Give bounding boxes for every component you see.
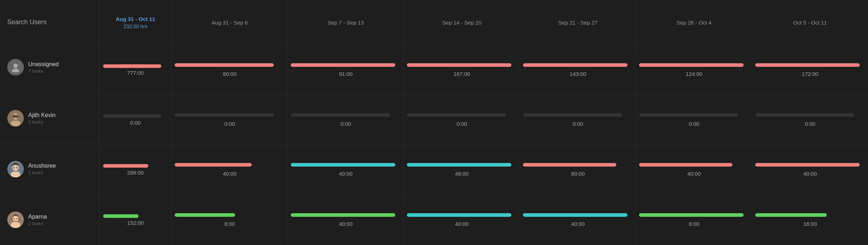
cell-total-0: 777:00	[99, 45, 172, 95]
svg-rect-18	[11, 222, 20, 228]
cell-week1-user3: 8:00	[172, 195, 288, 245]
svg-point-0	[13, 64, 18, 68]
avatar-anushsree	[7, 161, 24, 177]
header-col-total: Aug 31 - Oct 11 232:00 hrs	[99, 0, 172, 45]
cell-value-week1-user0: 80:00	[223, 71, 237, 77]
cell-value-week5-user1: 0:00	[689, 121, 699, 127]
cell-value-week5-user3: 8:00	[689, 221, 699, 227]
cell-total-3: 152:00	[99, 195, 172, 245]
svg-rect-15	[16, 167, 18, 167]
cell-total-2: 288:00	[99, 145, 172, 194]
cell-value-week6-user2: 40:00	[803, 171, 817, 177]
header-col-week3: Sep 14 - Sep 20	[404, 0, 520, 45]
svg-point-19	[14, 218, 15, 219]
header-col-week1: Aug 31 - Sep 6	[172, 0, 288, 45]
cell-value-week4-user3: 40:00	[571, 221, 585, 227]
cell-week2-user1: 0:00	[288, 95, 404, 145]
left-panel: Search Users Unassigned 7 tasks	[0, 0, 99, 245]
user-info-unassigned: Unassigned 7 tasks	[28, 61, 59, 74]
header-col-week5: Sep 28 - Oct 4	[636, 0, 752, 45]
cell-week6-user0: 172:00	[752, 45, 868, 95]
user-tasks-anushsree: 2 tasks	[28, 170, 56, 175]
cell-value-week4-user0: 143:00	[570, 71, 586, 77]
cell-week3-user2: 48:00	[404, 145, 520, 194]
cell-week2-user0: 91:00	[288, 45, 404, 95]
user-tasks-aparna: 2 tasks	[28, 221, 47, 226]
cell-week6-user1: 0:00	[752, 95, 868, 145]
svg-rect-4	[11, 121, 20, 126]
user-tasks-unassigned: 7 tasks	[28, 68, 59, 74]
cell-value-week2-user2: 40:00	[339, 171, 353, 177]
total-date-range: Aug 31 - Oct 11	[116, 16, 155, 22]
svg-rect-6	[12, 115, 19, 118]
cell-value-week2-user1: 0:00	[340, 121, 351, 127]
svg-point-20	[17, 218, 18, 219]
cell-value-week2-user0: 91:00	[339, 71, 353, 77]
cell-value-week5-user2: 40:00	[687, 171, 701, 177]
cell-week3-user3: 40:00	[404, 195, 520, 245]
main-panel: Aug 31 - Oct 11 232:00 hrs Aug 31 - Sep …	[99, 0, 868, 245]
cell-week1-user2: 40:00	[172, 145, 288, 194]
cell-week6-user2: 40:00	[752, 145, 868, 194]
cell-week4-user3: 40:00	[520, 195, 636, 245]
user-name-aparna: Aparna	[28, 214, 47, 220]
cell-value-week1-user3: 8:00	[224, 221, 235, 227]
header-row: Aug 31 - Oct 11 232:00 hrs Aug 31 - Sep …	[99, 0, 868, 45]
cell-week1-user1: 0:00	[172, 95, 288, 145]
data-row-anushsree: 288:0040:0040:0048:0080:0040:0040:00	[99, 145, 868, 195]
svg-rect-14	[13, 167, 15, 167]
header-col-week6: Oct 5 - Oct 11	[752, 0, 868, 45]
cell-week5-user3: 8:00	[636, 195, 752, 245]
cell-value-total-3: 152:00	[127, 220, 144, 226]
user-row-ajith-left: Ajith Kevin 0 tasks	[0, 93, 99, 143]
cell-week5-user1: 0:00	[636, 95, 752, 145]
cell-value-total-0: 777:00	[127, 70, 144, 76]
cell-value-week1-user1: 0:00	[224, 121, 235, 127]
avatar-unassigned	[7, 59, 24, 76]
cell-week4-user2: 80:00	[520, 145, 636, 194]
cell-week1-user0: 80:00	[172, 45, 288, 95]
cell-value-week3-user3: 40:00	[455, 221, 469, 227]
user-row-anushsree-left: Anushsree 2 tasks	[0, 143, 99, 194]
cell-value-week1-user2: 40:00	[223, 171, 237, 177]
user-tasks-ajith: 0 tasks	[28, 119, 56, 125]
user-info-aparna: Aparna 2 tasks	[28, 214, 47, 226]
svg-point-1	[12, 69, 19, 72]
cell-value-week4-user1: 0:00	[573, 121, 583, 127]
cell-week3-user0: 167:00	[404, 45, 520, 95]
search-users-text: Search Users	[7, 18, 47, 26]
user-name-anushsree: Anushsree	[28, 163, 56, 169]
cell-value-week6-user3: 16:00	[803, 221, 817, 227]
cell-week2-user3: 40:00	[288, 195, 404, 245]
cell-week5-user0: 124:00	[636, 45, 752, 95]
cell-week2-user2: 40:00	[288, 145, 404, 194]
avatar-ajith	[7, 110, 24, 126]
cell-value-week4-user2: 80:00	[571, 171, 585, 177]
svg-point-13	[17, 167, 18, 168]
svg-point-12	[14, 167, 15, 168]
search-users-label[interactable]: Search Users	[0, 0, 99, 42]
cell-week6-user3: 16:00	[752, 195, 868, 245]
user-info-anushsree: Anushsree 2 tasks	[28, 163, 56, 175]
header-col-week2: Sep 7 - Sep 13	[288, 0, 404, 45]
user-row-aparna-left: Aparna 2 tasks	[0, 194, 99, 245]
header-col-week4: Sep 21 - Sep 27	[520, 0, 636, 45]
cell-week4-user0: 143:00	[520, 45, 636, 95]
cell-value-week3-user0: 167:00	[454, 71, 470, 77]
data-row-ajith-kevin: 0:000:000:000:000:000:000:00	[99, 95, 868, 145]
user-row-unassigned-left: Unassigned 7 tasks	[0, 42, 99, 93]
total-hours: 232:00 hrs	[123, 23, 147, 29]
cell-value-week3-user1: 0:00	[456, 121, 467, 127]
data-row-unassigned: 777:0080:0091:00167:00143:00124:00172:00	[99, 45, 868, 95]
svg-rect-11	[11, 172, 20, 177]
user-name-unassigned: Unassigned	[28, 61, 59, 68]
cell-value-week6-user0: 172:00	[802, 71, 818, 77]
user-info-ajith: Ajith Kevin 0 tasks	[28, 112, 56, 125]
avatar-aparna	[7, 211, 24, 228]
cell-value-week6-user1: 0:00	[805, 121, 815, 127]
svg-point-8	[17, 117, 18, 118]
cell-value-total-1: 0:00	[130, 120, 141, 126]
cell-value-total-2: 288:00	[127, 169, 144, 176]
cell-week5-user2: 40:00	[636, 145, 752, 194]
cell-value-week5-user0: 124:00	[686, 71, 702, 77]
